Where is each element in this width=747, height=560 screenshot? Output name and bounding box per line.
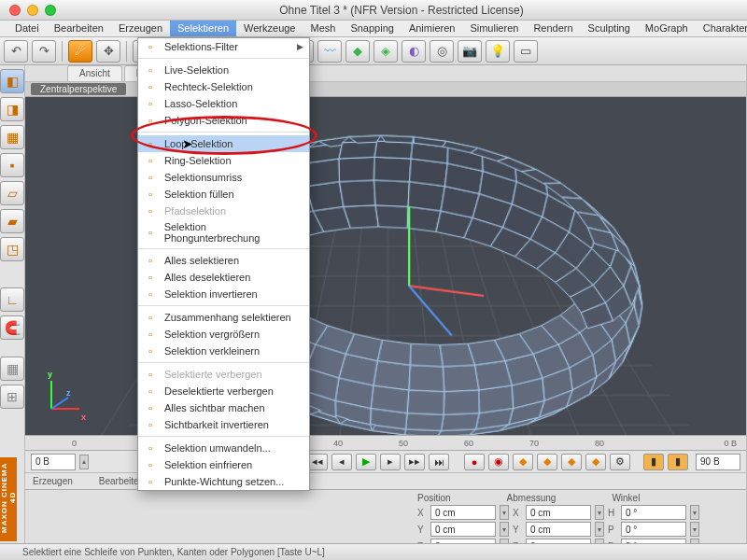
edge-mode-button[interactable]: ▱ (0, 181, 24, 205)
menu-datei[interactable]: Datei (7, 21, 47, 36)
key-scale-button[interactable]: ◆ (561, 454, 582, 470)
menu-item-loop-selektion[interactable]: ▫Loop-Selektion (138, 135, 309, 152)
undo-button[interactable]: ↶ (4, 40, 28, 63)
menu-item-rechteck-selektion[interactable]: ▫Rechteck-Selektion (138, 78, 309, 95)
menu-werkzeuge[interactable]: Werkzeuge (236, 21, 303, 36)
record-button[interactable]: ● (464, 454, 485, 470)
move-tool-button[interactable]: ✥ (96, 40, 120, 63)
menu-item-selektion-vergr-ern[interactable]: ▫Selektion vergrößern (138, 326, 309, 343)
menu-item-alles-deselektieren[interactable]: ▫Alles deselektieren (138, 269, 309, 286)
menu-item-ring-selektion[interactable]: ▫Ring-Selektion (138, 152, 309, 169)
redo-button[interactable]: ↷ (32, 40, 56, 63)
nurbs-button[interactable]: ◆ (345, 40, 370, 63)
selektieren-menu[interactable]: ▫Selektions-Filter▶▫Live-Selektion▫Recht… (137, 37, 310, 491)
menubar[interactable]: DateiBearbeitenErzeugenSelektierenWerkze… (0, 21, 747, 37)
menu-item-icon: ▫ (144, 368, 157, 381)
menu-item-zusammenhang-selektieren[interactable]: ▫Zusammenhang selektieren (138, 309, 309, 326)
pos-X-field[interactable]: 0 cm (430, 505, 496, 520)
menu-mesh[interactable]: Mesh (303, 21, 343, 36)
menu-item-alles-sichtbar-machen[interactable]: ▫Alles sichtbar machen (138, 399, 309, 416)
spline-button[interactable]: 〰 (317, 40, 342, 63)
uv-mode-button[interactable]: ◳ (0, 237, 24, 261)
menu-item-selektionsumriss[interactable]: ▫Selektionsumriss (138, 169, 309, 186)
next-key-button[interactable]: ▸▸ (404, 454, 425, 470)
goto-end-button[interactable]: ⏭ (429, 454, 449, 470)
camera-button[interactable]: 📷 (458, 40, 482, 63)
menu-item-selektion-f-llen[interactable]: ▫Selektion füllen (138, 186, 309, 203)
menu-erzeugen[interactable]: Erzeugen (111, 21, 170, 36)
menu-item-selektion-verkleinern[interactable]: ▫Selektion verkleinern (138, 343, 309, 359)
stepper-icon[interactable]: ▴ (79, 455, 89, 469)
polygon-mode-button[interactable]: ▰ (0, 209, 24, 233)
key-options-button[interactable]: ⚙ (610, 454, 630, 470)
next-frame-button[interactable]: ▸ (380, 454, 401, 470)
menu-item-punkte-wichtung-setzen-[interactable]: ▫Punkte-Wichtung setzen... (138, 473, 309, 490)
dim-Y-field[interactable]: 0 cm (526, 522, 591, 537)
menu-simulieren[interactable]: Simulieren (462, 21, 526, 36)
menu-snapping[interactable]: Snapping (343, 21, 402, 36)
light-button[interactable]: 💡 (486, 40, 510, 63)
timeline-controls: 0 B ▴ ⏮ ◂◂ ◂ ▶ ▸ ▸▸ ⏭ ● ◉ ◆ ◆ ◆ ◆ ⚙ ▮ ▮ … (25, 450, 746, 472)
view-tabs[interactable]: Ansicht Kameras (25, 65, 746, 82)
menu-item-polygon-selektion[interactable]: ▫Polygon-Selektion (138, 112, 309, 129)
snap-grid-button[interactable]: ⊞ (0, 385, 24, 409)
menu-mograph[interactable]: MoGraph (638, 21, 696, 36)
timeline-ruler[interactable]: 010203040506070800 B (25, 435, 746, 450)
frame-start-field[interactable]: 0 B (31, 454, 76, 470)
menu-item-icon: ▫ (144, 154, 157, 167)
menu-bearbeiten[interactable]: Bearbeiten (47, 21, 111, 36)
dim-X-field[interactable]: 0 cm (526, 505, 591, 520)
deformer-button[interactable]: ◐ (402, 40, 426, 63)
view-tab-ansicht[interactable]: Ansicht (67, 65, 122, 81)
floor-button[interactable]: ▭ (514, 40, 538, 63)
menu-rendern[interactable]: Rendern (526, 21, 580, 36)
texture-mode-button[interactable]: ▦ (0, 125, 24, 149)
menu-item-selektion-invertieren[interactable]: ▫Selektion invertieren (138, 286, 309, 302)
model-mode-button[interactable]: ◧ (0, 69, 24, 93)
traffic-min-icon[interactable] (27, 5, 38, 16)
menu-item-live-selektion[interactable]: ▫Live-Selektion (138, 62, 309, 78)
menu-animieren[interactable]: Animieren (402, 21, 463, 36)
key-param-button[interactable]: ◆ (585, 454, 606, 470)
axis-lock-button[interactable]: ∟ (0, 287, 24, 312)
editbar-erzeugen[interactable]: Erzeugen (33, 476, 73, 486)
material-editbar[interactable]: Erzeugen Bearbeiten Funktion Textur (25, 472, 746, 489)
menu-sculpting[interactable]: Sculpting (581, 21, 638, 36)
timeline-mode-1[interactable]: ▮ (643, 454, 664, 470)
viewport-3d[interactable]: x y z (25, 97, 746, 435)
menu-item-deselektierte-verbergen[interactable]: ▫Deselektierte verbergen (138, 383, 309, 399)
key-rot-button[interactable]: ◆ (537, 454, 557, 470)
menu-charakter[interactable]: Charakter (696, 21, 747, 36)
menu-item-selektions-filter[interactable]: ▫Selektions-Filter▶ (138, 38, 309, 55)
point-mode-button[interactable]: ▪ (0, 153, 24, 177)
select-tool-button[interactable]: ☄ (68, 40, 92, 63)
object-mode-button[interactable]: ◨ (0, 97, 24, 121)
array-button[interactable]: ◈ (374, 40, 398, 63)
traffic-close-icon[interactable] (9, 5, 21, 16)
menu-item-icon: ▫ (144, 204, 157, 217)
menu-item-selektion-phongunterbrechung[interactable]: ▫Selektion Phongunterbrechung (138, 219, 309, 245)
pos-Y-field[interactable]: 0 cm (430, 522, 496, 537)
menu-item-icon: ▫ (144, 114, 157, 127)
autokey-button[interactable]: ◉ (488, 454, 509, 470)
menu-item-selektion-einfrieren[interactable]: ▫Selektion einfrieren (138, 456, 309, 473)
workplane-button[interactable]: ▦ (0, 357, 24, 381)
menu-item-icon: ▫ (144, 188, 157, 201)
menu-item-icon: ▫ (144, 137, 157, 150)
key-pos-button[interactable]: ◆ (513, 454, 533, 470)
timeline-mode-2[interactable]: ▮ (668, 454, 688, 470)
menu-item-selektion-umwandeln-[interactable]: ▫Selektion umwandeln... (138, 440, 309, 456)
ang-Y-field[interactable]: 0 ° (621, 522, 686, 537)
frame-end-field[interactable]: 90 B (696, 454, 740, 470)
menu-item-lasso-selektion[interactable]: ▫Lasso-Selektion (138, 95, 309, 112)
magnet-button[interactable]: 🧲 (0, 315, 24, 340)
prev-frame-button[interactable]: ◂ (331, 454, 352, 470)
menu-item-alles-selektieren[interactable]: ▫Alles selektieren (138, 252, 309, 269)
scene-button[interactable]: ◎ (430, 40, 454, 63)
ang-X-field[interactable]: 0 ° (621, 505, 686, 520)
menu-selektieren[interactable]: Selektieren (170, 21, 236, 36)
menu-item-sichtbarkeit-invertieren[interactable]: ▫Sichtbarkeit invertieren (138, 416, 309, 433)
traffic-max-icon[interactable] (45, 5, 56, 16)
play-button[interactable]: ▶ (356, 454, 376, 470)
prev-key-button[interactable]: ◂◂ (307, 454, 328, 470)
